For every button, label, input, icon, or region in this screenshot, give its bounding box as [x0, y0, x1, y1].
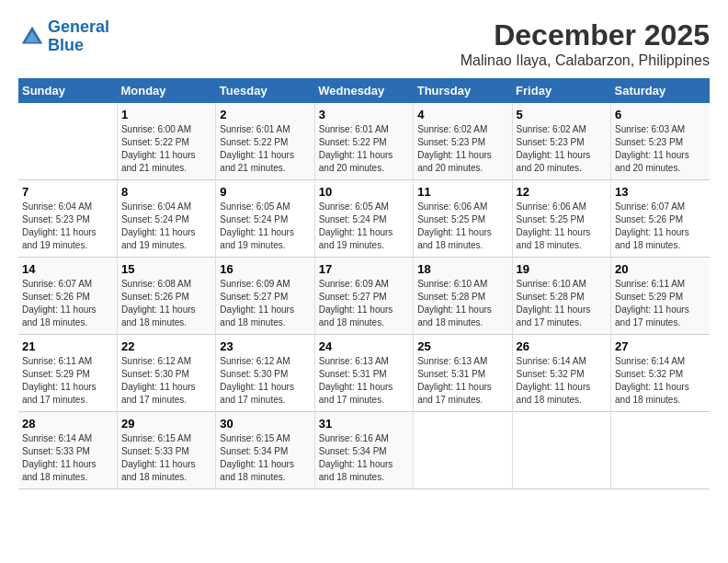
calendar-cell: 26Sunrise: 6:14 AM Sunset: 5:32 PM Dayli… — [512, 335, 610, 412]
logo: General Blue — [18, 18, 109, 55]
col-wednesday: Wednesday — [314, 78, 413, 103]
day-info: Sunrise: 6:02 AM Sunset: 5:23 PM Dayligh… — [517, 123, 607, 175]
calendar-cell: 29Sunrise: 6:15 AM Sunset: 5:33 PM Dayli… — [117, 412, 215, 489]
calendar-cell: 30Sunrise: 6:15 AM Sunset: 5:34 PM Dayli… — [216, 412, 314, 489]
calendar-header: Sunday Monday Tuesday Wednesday Thursday… — [18, 78, 710, 103]
calendar-cell: 8Sunrise: 6:04 AM Sunset: 5:24 PM Daylig… — [117, 180, 215, 258]
day-number: 10 — [319, 185, 409, 199]
calendar-cell — [512, 412, 610, 489]
logo-text: General Blue — [48, 18, 109, 55]
day-number: 22 — [121, 339, 211, 353]
day-info: Sunrise: 6:07 AM Sunset: 5:26 PM Dayligh… — [615, 201, 706, 252]
col-saturday: Saturday — [611, 78, 710, 103]
day-info: Sunrise: 6:04 AM Sunset: 5:24 PM Dayligh… — [121, 201, 211, 252]
day-number: 2 — [220, 108, 310, 121]
day-info: Sunrise: 6:05 AM Sunset: 5:24 PM Dayligh… — [220, 201, 310, 252]
day-number: 11 — [417, 185, 507, 199]
day-number: 31 — [319, 417, 409, 431]
day-number: 4 — [417, 108, 507, 121]
day-info: Sunrise: 6:06 AM Sunset: 5:25 PM Dayligh… — [417, 201, 507, 252]
calendar-cell: 19Sunrise: 6:10 AM Sunset: 5:28 PM Dayli… — [512, 258, 610, 335]
day-info: Sunrise: 6:14 AM Sunset: 5:32 PM Dayligh… — [517, 355, 607, 407]
day-number: 19 — [517, 262, 607, 276]
logo-line1: General — [48, 17, 109, 36]
day-info: Sunrise: 6:05 AM Sunset: 5:24 PM Dayligh… — [319, 201, 409, 252]
calendar-table: Sunday Monday Tuesday Wednesday Thursday… — [18, 78, 710, 489]
location-subtitle: Malinao Ilaya, Calabarzon, Philippines — [461, 52, 710, 69]
calendar-cell: 15Sunrise: 6:08 AM Sunset: 5:26 PM Dayli… — [117, 258, 215, 335]
day-number: 7 — [22, 185, 113, 199]
day-info: Sunrise: 6:12 AM Sunset: 5:30 PM Dayligh… — [220, 355, 310, 407]
day-number: 15 — [121, 262, 211, 276]
day-number: 27 — [615, 339, 706, 353]
day-number: 14 — [22, 262, 113, 276]
calendar-cell: 20Sunrise: 6:11 AM Sunset: 5:29 PM Dayli… — [611, 258, 710, 335]
day-number: 6 — [615, 108, 706, 121]
day-info: Sunrise: 6:01 AM Sunset: 5:22 PM Dayligh… — [220, 123, 310, 175]
day-info: Sunrise: 6:09 AM Sunset: 5:27 PM Dayligh… — [319, 278, 409, 329]
day-info: Sunrise: 6:15 AM Sunset: 5:34 PM Dayligh… — [220, 432, 310, 484]
calendar-cell: 25Sunrise: 6:13 AM Sunset: 5:31 PM Dayli… — [414, 335, 512, 412]
day-number: 30 — [220, 417, 310, 431]
calendar-cell: 22Sunrise: 6:12 AM Sunset: 5:30 PM Dayli… — [117, 335, 215, 412]
calendar-week-1: 7Sunrise: 6:04 AM Sunset: 5:23 PM Daylig… — [18, 180, 710, 258]
calendar-cell: 23Sunrise: 6:12 AM Sunset: 5:30 PM Dayli… — [216, 335, 314, 412]
day-number: 23 — [220, 339, 310, 353]
calendar-cell: 18Sunrise: 6:10 AM Sunset: 5:28 PM Dayli… — [414, 258, 512, 335]
day-number: 25 — [417, 339, 507, 353]
calendar-cell: 28Sunrise: 6:14 AM Sunset: 5:33 PM Dayli… — [18, 412, 117, 489]
calendar-week-3: 21Sunrise: 6:11 AM Sunset: 5:29 PM Dayli… — [18, 335, 710, 412]
calendar-cell: 21Sunrise: 6:11 AM Sunset: 5:29 PM Dayli… — [18, 335, 117, 412]
logo-icon — [18, 23, 46, 51]
day-number: 21 — [22, 339, 113, 353]
calendar-cell: 17Sunrise: 6:09 AM Sunset: 5:27 PM Dayli… — [314, 258, 413, 335]
calendar-cell: 12Sunrise: 6:06 AM Sunset: 5:25 PM Dayli… — [512, 180, 610, 258]
day-number: 20 — [615, 262, 706, 276]
calendar-cell: 1Sunrise: 6:00 AM Sunset: 5:22 PM Daylig… — [117, 103, 215, 180]
day-info: Sunrise: 6:00 AM Sunset: 5:22 PM Dayligh… — [121, 123, 211, 175]
day-number: 17 — [319, 262, 409, 276]
day-info: Sunrise: 6:01 AM Sunset: 5:22 PM Dayligh… — [319, 123, 409, 175]
calendar-body: 1Sunrise: 6:00 AM Sunset: 5:22 PM Daylig… — [18, 103, 710, 489]
day-number: 8 — [121, 185, 211, 199]
calendar-cell: 4Sunrise: 6:02 AM Sunset: 5:23 PM Daylig… — [414, 103, 512, 180]
calendar-cell — [414, 412, 512, 489]
day-number: 26 — [517, 339, 607, 353]
calendar-week-4: 28Sunrise: 6:14 AM Sunset: 5:33 PM Dayli… — [18, 412, 710, 489]
day-number: 5 — [517, 108, 607, 121]
day-info: Sunrise: 6:13 AM Sunset: 5:31 PM Dayligh… — [417, 355, 507, 407]
day-info: Sunrise: 6:09 AM Sunset: 5:27 PM Dayligh… — [220, 278, 310, 329]
day-info: Sunrise: 6:12 AM Sunset: 5:30 PM Dayligh… — [121, 355, 211, 407]
page-header: General Blue December 2025 Malinao Ilaya… — [18, 18, 710, 69]
calendar-cell: 13Sunrise: 6:07 AM Sunset: 5:26 PM Dayli… — [611, 180, 710, 258]
month-title: December 2025 — [461, 18, 710, 52]
day-info: Sunrise: 6:11 AM Sunset: 5:29 PM Dayligh… — [22, 355, 113, 407]
day-info: Sunrise: 6:08 AM Sunset: 5:26 PM Dayligh… — [121, 278, 211, 329]
day-number: 16 — [220, 262, 310, 276]
day-number: 9 — [220, 185, 310, 199]
day-info: Sunrise: 6:13 AM Sunset: 5:31 PM Dayligh… — [319, 355, 409, 407]
day-info: Sunrise: 6:14 AM Sunset: 5:32 PM Dayligh… — [615, 355, 706, 407]
day-info: Sunrise: 6:10 AM Sunset: 5:28 PM Dayligh… — [517, 278, 607, 329]
calendar-week-2: 14Sunrise: 6:07 AM Sunset: 5:26 PM Dayli… — [18, 258, 710, 335]
day-info: Sunrise: 6:07 AM Sunset: 5:26 PM Dayligh… — [22, 278, 113, 329]
day-number: 29 — [121, 417, 211, 431]
col-tuesday: Tuesday — [216, 78, 314, 103]
day-info: Sunrise: 6:11 AM Sunset: 5:29 PM Dayligh… — [615, 278, 706, 329]
day-number: 3 — [319, 108, 409, 121]
calendar-cell: 11Sunrise: 6:06 AM Sunset: 5:25 PM Dayli… — [414, 180, 512, 258]
day-number: 28 — [22, 417, 113, 431]
col-sunday: Sunday — [18, 78, 117, 103]
calendar-cell: 9Sunrise: 6:05 AM Sunset: 5:24 PM Daylig… — [216, 180, 314, 258]
col-friday: Friday — [512, 78, 610, 103]
day-number: 18 — [417, 262, 507, 276]
calendar-cell: 24Sunrise: 6:13 AM Sunset: 5:31 PM Dayli… — [314, 335, 413, 412]
calendar-cell: 3Sunrise: 6:01 AM Sunset: 5:22 PM Daylig… — [314, 103, 413, 180]
title-block: December 2025 Malinao Ilaya, Calabarzon,… — [461, 18, 710, 69]
col-monday: Monday — [117, 78, 215, 103]
col-thursday: Thursday — [414, 78, 512, 103]
day-info: Sunrise: 6:10 AM Sunset: 5:28 PM Dayligh… — [417, 278, 507, 329]
day-info: Sunrise: 6:02 AM Sunset: 5:23 PM Dayligh… — [417, 123, 507, 175]
calendar-cell — [18, 103, 117, 180]
calendar-cell: 2Sunrise: 6:01 AM Sunset: 5:22 PM Daylig… — [216, 103, 314, 180]
